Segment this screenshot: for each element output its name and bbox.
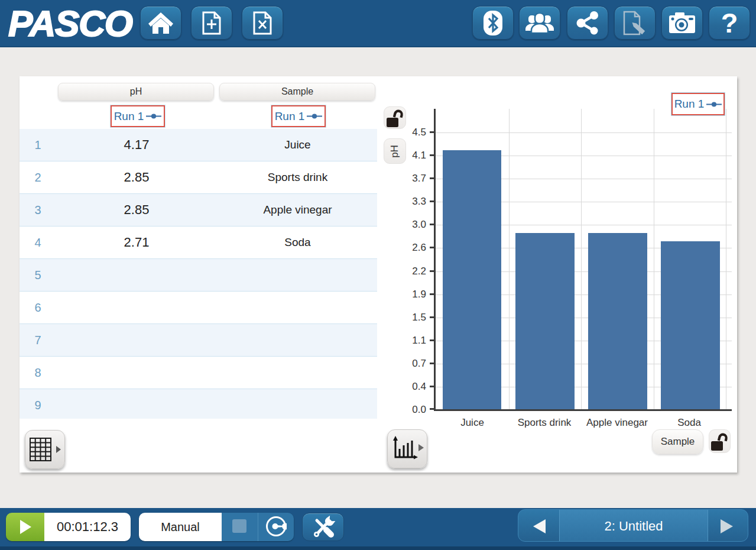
svg-text:PASCO: PASCO <box>8 9 133 38</box>
